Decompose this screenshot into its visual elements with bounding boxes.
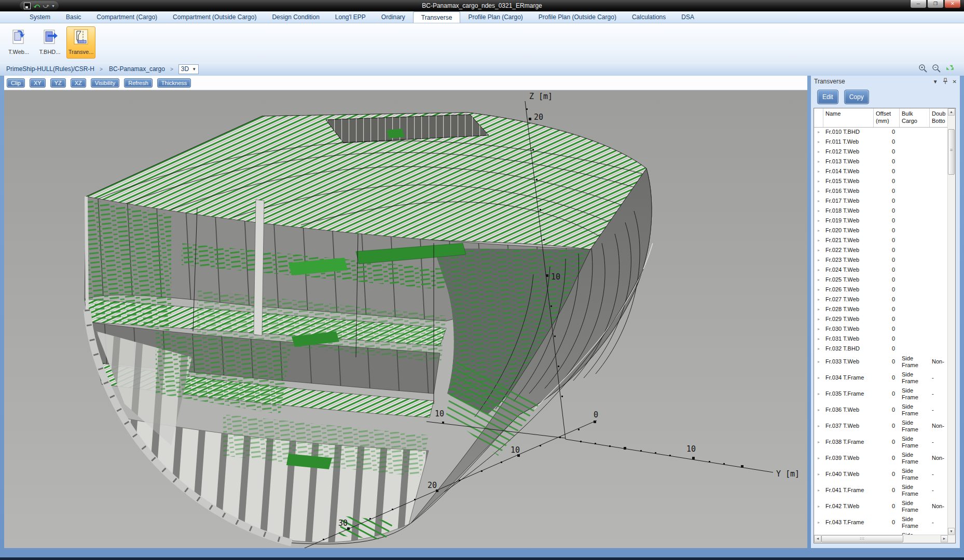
restore-button[interactable]: ❐ (927, 0, 944, 8)
table-row[interactable]: ▸ Fr.015 T.Web 0 (814, 176, 948, 186)
scroll-up-icon[interactable]: ▲ (948, 108, 955, 116)
row-expander-icon[interactable]: ▸ (814, 257, 823, 263)
row-expander-icon[interactable]: ▸ (814, 358, 823, 365)
table-row[interactable]: ▸ Fr.028 T.Web 0 (814, 304, 948, 314)
header-double-bottom[interactable]: DoubBotto (930, 108, 948, 127)
table-row[interactable]: ▸ Fr.022 T.Web 0 (814, 245, 948, 255)
table-row[interactable]: ▸ Fr.031 T.Web 0 (814, 334, 948, 344)
redo-icon[interactable]: ⤻ (43, 1, 49, 10)
table-row[interactable]: ▸ Fr.043 T.Frame 0 Side Frame - (814, 514, 948, 530)
save-icon[interactable] (24, 3, 31, 9)
table-row[interactable]: ▸ Fr.024 T.Web 0 (814, 265, 948, 275)
table-row[interactable]: ▸ Fr.030 T.Web 0 (814, 324, 948, 334)
row-expander-icon[interactable]: ▸ (814, 335, 823, 342)
table-body[interactable]: ▸ Fr.010 T.BHD 0 ▸ Fr.011 T.Web 0 ▸ Fr.0… (814, 127, 948, 535)
tab-compartment-outside-cargo[interactable]: Compartment (Outside Cargo) (165, 11, 264, 23)
tab-calculations[interactable]: Calculations (624, 11, 673, 23)
tab-basic[interactable]: Basic (58, 11, 89, 23)
row-expander-icon[interactable]: ▸ (814, 148, 823, 155)
undo-icon[interactable]: ⤺ (34, 1, 40, 10)
table-row[interactable]: ▸ Fr.012 T.Web 0 (814, 147, 948, 157)
tab-ordinary[interactable]: Ordinary (374, 11, 413, 23)
row-expander-icon[interactable]: ▸ (814, 423, 823, 429)
table-row[interactable]: ▸ Fr.040 T.Web 0 Side Frame - (814, 466, 948, 482)
tab-system[interactable]: System (22, 11, 58, 23)
pin-icon[interactable] (943, 78, 948, 85)
row-expander-icon[interactable]: ▸ (814, 296, 823, 303)
table-row[interactable]: ▸ Fr.017 T.Web 0 (814, 196, 948, 206)
table-row[interactable]: ▸ Fr.025 T.Web 0 (814, 275, 948, 285)
table-row[interactable]: ▸ Fr.023 T.Web 0 (814, 255, 948, 265)
row-expander-icon[interactable]: ▸ (814, 519, 823, 526)
row-expander-icon[interactable]: ▸ (814, 168, 823, 175)
table-row[interactable]: ▸ Fr.026 T.Web 0 (814, 285, 948, 295)
vertical-scroll-thumb[interactable] (948, 129, 955, 175)
row-expander-icon[interactable]: ▸ (814, 503, 823, 510)
tbhd-button[interactable]: T.BHD... (35, 26, 64, 59)
table-row[interactable]: ▸ Fr.021 T.Web 0 (814, 235, 948, 245)
row-expander-icon[interactable]: ▸ (814, 487, 823, 494)
edit-button[interactable]: Edit (817, 90, 838, 104)
table-row[interactable]: ▸ Fr.010 T.BHD 0 (814, 127, 948, 137)
tab-profile-plan-outside-cargo[interactable]: Profile Plan (Outside Cargo) (531, 11, 624, 23)
row-expander-icon[interactable]: ▸ (814, 439, 823, 445)
tab-dsa[interactable]: DSA (673, 11, 702, 23)
table-row[interactable]: ▸ Fr.036 T.Web 0 Side Frame - (814, 402, 948, 418)
tab-longl-epp[interactable]: Long'l EPP (327, 11, 374, 23)
refresh-button[interactable]: Refresh (124, 78, 153, 88)
row-expander-icon[interactable]: ▸ (814, 227, 823, 234)
row-expander-icon[interactable]: ▸ (814, 138, 823, 145)
header-bulk-cargo[interactable]: BulkCargo (900, 108, 930, 127)
table-row[interactable]: ▸ Fr.034 T.Frame 0 Side Frame - (814, 370, 948, 386)
panel-dropdown-icon[interactable]: ▼ (933, 79, 938, 85)
scroll-right-icon[interactable]: ► (941, 535, 948, 542)
row-expander-icon[interactable]: ▸ (814, 267, 823, 273)
breadcrumb-root[interactable]: PrimeShip-HULL(Rules)/CSR-H (6, 65, 94, 73)
zoom-in-icon[interactable] (918, 64, 928, 75)
vertical-scrollbar[interactable]: ▲ ▼ (947, 108, 955, 535)
viewport-3d[interactable]: Z [m] 20 10 (4, 90, 807, 548)
tab-design-condition[interactable]: Design Condition (264, 11, 327, 23)
table-row[interactable]: ▸ Fr.033 T.Web 0 Side Frame Non- (814, 354, 948, 370)
scroll-down-icon[interactable]: ▼ (948, 528, 955, 535)
row-expander-icon[interactable]: ▸ (814, 326, 823, 332)
table-row[interactable]: ▸ Fr.018 T.Web 0 (814, 206, 948, 216)
minimize-button[interactable]: ─ (910, 0, 927, 8)
row-expander-icon[interactable]: ▸ (814, 455, 823, 461)
row-expander-icon[interactable]: ▸ (814, 217, 823, 224)
row-expander-icon[interactable]: ▸ (814, 374, 823, 381)
row-expander-icon[interactable]: ▸ (814, 276, 823, 283)
table-row[interactable]: ▸ Fr.042 T.Web 0 Side Frame Non- (814, 498, 948, 514)
transverse-button[interactable]: Transve... (66, 26, 95, 59)
row-expander-icon[interactable]: ▸ (814, 188, 823, 194)
breadcrumb-project[interactable]: BC-Panamax_cargo (109, 65, 165, 73)
zoom-out-icon[interactable] (932, 64, 941, 75)
visibility-button[interactable]: Visibility (91, 78, 120, 88)
fit-view-icon[interactable] (945, 64, 955, 75)
thickness-button[interactable]: Thickness (157, 78, 191, 88)
clip-button[interactable]: Clip (7, 78, 25, 88)
table-row[interactable]: ▸ Fr.037 T.Web 0 Side Frame Non- (814, 418, 948, 434)
scroll-left-icon[interactable]: ◄ (814, 535, 821, 542)
row-expander-icon[interactable]: ▸ (814, 247, 823, 254)
row-expander-icon[interactable]: ▸ (814, 158, 823, 165)
table-row[interactable]: ▸ Fr.038 T.Frame 0 Side Frame - (814, 434, 948, 450)
view-mode-dropdown[interactable]: 3D ▼ (178, 64, 199, 74)
header-name[interactable]: Name (823, 108, 874, 127)
row-expander-icon[interactable]: ▸ (814, 390, 823, 397)
table-row[interactable]: ▸ Fr.039 T.Web 0 Side Frame Non- (814, 450, 948, 466)
yz-button[interactable]: YZ (50, 78, 66, 88)
horizontal-scrollbar[interactable]: ◄ ► (814, 535, 948, 543)
tab-profile-plan-cargo[interactable]: Profile Plan (Cargo) (460, 11, 530, 23)
table-row[interactable]: ▸ Fr.011 T.Web 0 (814, 137, 948, 147)
table-row[interactable]: ▸ Fr.032 T.BHD 0 (814, 344, 948, 354)
table-row[interactable]: ▸ Fr.020 T.Web 0 (814, 226, 948, 235)
row-expander-icon[interactable]: ▸ (814, 207, 823, 214)
table-row[interactable]: ▸ Fr.035 T.Frame 0 Side Frame - (814, 386, 948, 402)
copy-button[interactable]: Copy (844, 90, 869, 104)
row-expander-icon[interactable]: ▸ (814, 471, 823, 478)
xz-button[interactable]: XZ (71, 78, 86, 88)
row-expander-icon[interactable]: ▸ (814, 198, 823, 204)
horizontal-scroll-thumb[interactable] (821, 535, 903, 542)
table-row[interactable]: ▸ Fr.014 T.Web 0 (814, 166, 948, 176)
